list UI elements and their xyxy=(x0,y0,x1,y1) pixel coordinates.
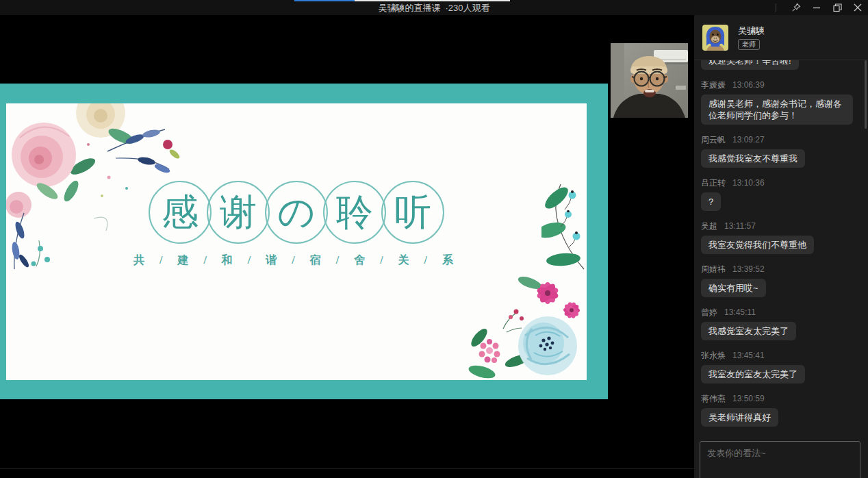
slide-frame: 感 谢 の 聆 听 共 / 建 / 和 / 谐 / 宿 / 舍 / 关 / 系 xyxy=(0,84,608,399)
chat-bubble: 我感觉我室友不尊重我 xyxy=(701,149,805,168)
title-circle: 听 xyxy=(381,181,444,244)
chat-username: 吕正转 xyxy=(701,178,726,188)
chat-timestamp: 13:50:59 xyxy=(732,394,765,403)
chat-message: 周云帆13:09:27 我感觉我室友不尊重我 xyxy=(701,134,861,168)
close-icon[interactable] xyxy=(847,0,868,15)
chat-header: 吴骕騻 老师 xyxy=(694,15,868,60)
chat-bubble: 欢迎吴老师！辛苦啦! xyxy=(701,60,799,70)
chat-scrollbar[interactable] xyxy=(865,60,867,129)
presentation-stage: 感 谢 の 聆 听 共 / 建 / 和 / 谐 / 宿 / 舍 / 关 / 系 xyxy=(0,15,694,478)
chat-timestamp: 13:06:39 xyxy=(732,80,765,90)
floral-decoration-bottom-right xyxy=(467,271,587,380)
chat-bubble: 吴老师讲得真好 xyxy=(701,408,778,427)
chat-username: 周云帆 xyxy=(701,135,726,144)
title-circle: の xyxy=(265,181,328,244)
pin-icon[interactable] xyxy=(786,0,806,15)
chat-bubble: ? xyxy=(701,192,721,211)
chat-message: 欢迎吴老师！辛苦啦! xyxy=(701,60,861,70)
chat-timestamp: 13:39:52 xyxy=(732,264,765,274)
slide-title: 感 谢 の 聆 听 xyxy=(6,181,587,244)
title-circle: 聆 xyxy=(323,181,386,244)
window-controls xyxy=(776,0,868,15)
chat-input[interactable] xyxy=(700,441,860,478)
slide-subtitle: 共 / 建 / 和 / 谐 / 宿 / 舍 / 关 / 系 xyxy=(6,253,587,268)
window-title: 吴骕騻的直播课·230人观看 xyxy=(0,2,868,14)
chat-bubble: 感谢吴老师，感谢余书记，感谢各位老师同学们的参与！ xyxy=(701,95,853,125)
chat-timestamp: 13:45:41 xyxy=(732,351,765,360)
progress-played xyxy=(294,0,355,1)
restore-icon[interactable] xyxy=(827,0,847,15)
chat-username: 曾婷 xyxy=(701,307,717,317)
slide: 感 谢 の 聆 听 共 / 建 / 和 / 谐 / 宿 / 舍 / 关 / 系 xyxy=(6,103,587,380)
chat-username: 吴超 xyxy=(701,221,717,231)
teacher-webcam xyxy=(611,43,688,118)
teacher-avatar xyxy=(702,25,728,51)
title-char: の xyxy=(277,194,315,231)
title-char: 聆 xyxy=(336,194,373,231)
chat-timestamp: 13:11:57 xyxy=(724,221,756,231)
app-window: 吴骕騻的直播课·230人观看 xyxy=(0,0,868,478)
chat-messages[interactable]: 欢迎吴老师！辛苦啦! 李媛媛13:06:39 感谢吴老师，感谢余书记，感谢各位老… xyxy=(694,60,868,441)
chat-timestamp: 13:09:27 xyxy=(732,135,765,144)
chat-panel: 吴骕騻 老师 欢迎吴老师！辛苦啦! 李媛媛13:06:39 感谢吴老师，感谢余书… xyxy=(694,15,868,478)
chat-message: 吕正转13:10:36 ? xyxy=(701,177,861,211)
chat-message: 周婧祎13:39:52 确实有用哎~ xyxy=(701,264,861,297)
title-char: 谢 xyxy=(220,194,257,231)
chat-bubble: 我感觉室友太完美了 xyxy=(701,322,796,340)
title-char: 听 xyxy=(394,194,431,231)
chat-message: 李媛媛13:06:39 感谢吴老师，感谢余书记，感谢各位老师同学们的参与！ xyxy=(701,79,861,125)
chat-message: 曾婷13:45:11 我感觉室友太完美了 xyxy=(701,307,861,340)
title-circle: 感 xyxy=(149,181,212,244)
controls-divider xyxy=(776,3,776,12)
chat-bubble: 我室友觉得我们不尊重他 xyxy=(701,236,814,254)
player-controls-divider xyxy=(0,468,694,469)
chat-timestamp: 13:10:36 xyxy=(732,178,765,188)
viewer-count: ·230人观看 xyxy=(445,3,489,13)
progress-buffer xyxy=(355,0,510,1)
chat-timestamp: 13:45:11 xyxy=(724,307,756,317)
title-circle: 谢 xyxy=(207,181,270,244)
chat-message: 张永焕13:45:41 我室友的室友太完美了 xyxy=(701,350,861,383)
chat-message: 吴超13:11:57 我室友觉得我们不尊重他 xyxy=(701,221,861,254)
chat-username: 李媛媛 xyxy=(701,80,726,90)
pink-dot-flower xyxy=(479,339,500,363)
teacher-badge: 老师 xyxy=(738,39,760,50)
chat-username: 周婧祎 xyxy=(701,264,726,274)
teacher-name: 吴骕騻 xyxy=(738,25,765,37)
chat-message: 蒋伟燕13:50:59 吴老师讲得真好 xyxy=(701,393,861,427)
titlebar[interactable]: 吴骕騻的直播课·230人观看 xyxy=(0,0,868,15)
chat-username: 蒋伟燕 xyxy=(701,394,726,403)
stream-title: 吴骕騻的直播课 xyxy=(378,3,440,13)
title-char: 感 xyxy=(162,194,199,231)
chat-bubble: 确实有用哎~ xyxy=(701,279,766,297)
chat-bubble: 我室友的室友太完美了 xyxy=(701,365,805,383)
minimize-icon[interactable] xyxy=(806,0,827,15)
chat-username: 张永焕 xyxy=(701,351,726,360)
